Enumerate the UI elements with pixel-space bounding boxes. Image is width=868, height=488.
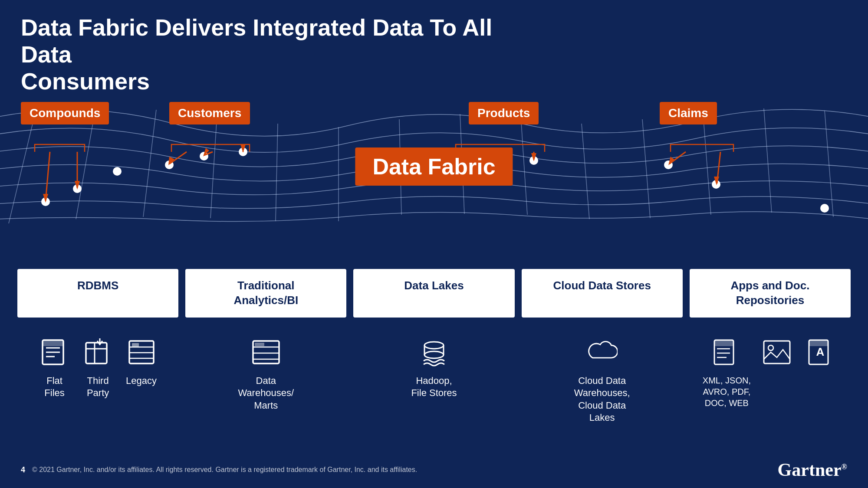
item-flat-files: FlatFiles [37,335,72,400]
svg-line-11 [703,114,711,215]
apps-items: XML, JSON,AVRO, PDF,DOC, WEB [690,335,851,424]
svg-line-1 [76,108,95,219]
svg-rect-59 [132,343,139,347]
flat-files-label: FlatFiles [44,375,64,400]
legacy-icon [124,335,159,370]
svg-line-13 [825,111,833,217]
fabric-visualization: Compounds Customers Data Fabric Products… [0,80,868,262]
svg-rect-50 [43,340,63,346]
svg-line-0 [9,115,35,223]
footer: 4 © 2021 Gartner, Inc. and/or its affili… [21,459,847,480]
svg-line-12 [764,108,772,213]
svg-rect-64 [255,343,264,346]
compounds-badge: Compounds [21,102,109,124]
brand-name: Gartner [778,460,842,480]
data-warehouses-icon [249,335,283,370]
svg-line-2 [143,110,156,217]
third-party-label: ThirdParty [87,375,109,400]
legacy-label: Legacy [126,375,157,387]
footer-left: 4 © 2021 Gartner, Inc. and/or its affili… [21,465,417,475]
copyright-text: © 2021 Gartner, Inc. and/or its affiliat… [32,466,417,474]
category-analytics: TraditionalAnalytics/BI [185,269,346,318]
xml-label: XML, JSON,AVRO, PDF,DOC, WEB [703,375,751,409]
svg-rect-73 [714,340,733,346]
item-xml: XML, JSON,AVRO, PDF,DOC, WEB [703,335,751,409]
cloud-icon [585,335,619,370]
svg-point-65 [424,342,444,349]
category-datalakes: Data Lakes [353,269,514,318]
data-warehouses-label: DataWarehouses/Marts [238,375,294,412]
item-cloud: Cloud DataWarehouses,Cloud DataLakes [574,335,630,424]
svg-rect-74 [764,341,790,364]
title-line1: Data Fabric Delivers Integrated Data To … [21,14,492,67]
svg-text:A: A [816,345,825,358]
category-cloud: Cloud Data Stores [522,269,683,318]
items-row: FlatFiles ThirdParty [17,335,851,424]
svg-line-3 [210,115,217,218]
svg-line-4 [276,124,278,221]
hadoop-label: Hadoop,File Stores [411,375,457,400]
svg-rect-51 [86,343,107,364]
svg-point-25 [820,204,829,213]
svg-point-18 [200,152,208,160]
datafabric-badge: Data Fabric [355,147,513,186]
rdbms-items: FlatFiles ThirdParty [17,335,178,424]
category-rdbms: RDBMS [17,269,178,318]
svg-point-68 [424,351,444,358]
page-number: 4 [21,465,25,475]
cloud-label: Cloud DataWarehouses,Cloud DataLakes [574,375,630,424]
cloud-items: Cloud DataWarehouses,Cloud DataLakes [522,335,683,424]
category-apps: Apps and Doc.Repositories [690,269,851,318]
item-textdoc: A [803,335,838,375]
xml-icon [709,335,744,370]
item-data-warehouses: DataWarehouses/Marts [238,335,294,412]
third-party-icon [81,335,115,370]
bottom-section: RDBMS TraditionalAnalytics/BI Data Lakes… [0,269,868,424]
item-hadoop: Hadoop,File Stores [411,335,457,400]
claims-badge: Claims [660,102,717,124]
analytics-items: DataWarehouses/Marts [185,335,346,424]
svg-rect-78 [809,340,828,346]
item-legacy: Legacy [124,335,159,387]
svg-point-75 [768,345,773,350]
products-badge: Products [469,102,539,124]
textdoc-icon: A [803,335,838,370]
customers-badge: Customers [169,102,250,124]
categories-row: RDBMS TraditionalAnalytics/BI Data Lakes… [17,269,851,318]
item-third-party: ThirdParty [81,335,115,400]
hadoop-icon [417,335,451,370]
flat-files-icon [37,335,72,370]
image-icon [760,335,794,370]
svg-line-26 [46,152,50,201]
datalakes-items: Hadoop,File Stores [353,335,514,424]
svg-line-8 [521,116,527,215]
item-image [760,335,794,375]
gartner-logo: Gartner® [778,459,847,480]
svg-point-16 [113,167,122,176]
